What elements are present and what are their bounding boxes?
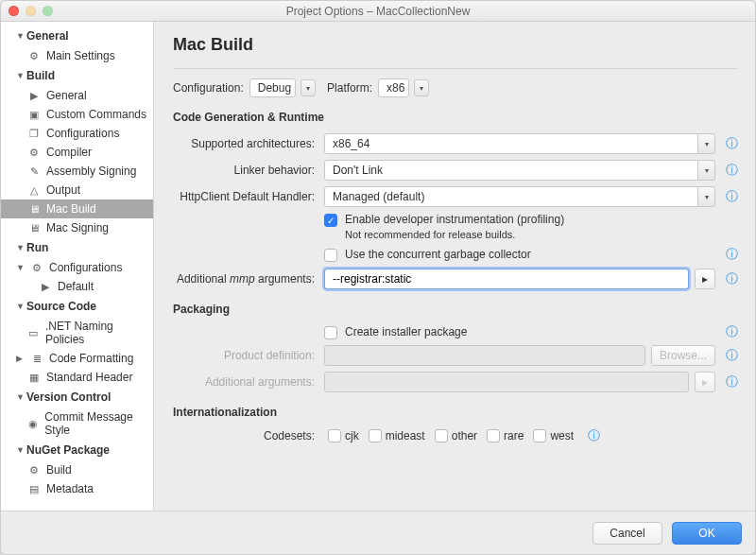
create-pkg-label: Create installer package	[345, 325, 467, 340]
codeset-other-checkbox[interactable]	[435, 429, 448, 442]
sidebar-item-code-formatting[interactable]: ▶≣Code Formatting	[1, 349, 153, 368]
check-icon: ◉	[27, 417, 39, 430]
add-args-label: Additional arguments:	[173, 375, 318, 389]
codeset-cjk-checkbox[interactable]	[328, 429, 341, 442]
sidebar-item-mac-signing[interactable]: 🖥Mac Signing	[1, 218, 153, 237]
main-panel: Mac Build Configuration: Debug▾ Platform…	[154, 22, 755, 511]
chevron-right-icon: ▶	[16, 354, 25, 363]
key-icon: ✎	[27, 165, 41, 178]
divider	[173, 68, 738, 69]
section-codegen: Code Generation & Runtime	[173, 111, 738, 124]
info-icon[interactable]: ⓘ	[725, 137, 738, 150]
sidebar-group-run[interactable]: ▼Run	[1, 237, 153, 258]
chevron-down-icon: ▼	[16, 243, 25, 252]
chevron-updown-icon[interactable]: ▾	[301, 79, 316, 96]
chevron-updown-icon[interactable]: ▾	[698, 133, 715, 154]
sidebar-item-configurations[interactable]: ❐Configurations	[1, 124, 153, 143]
sidebar-item-run-default[interactable]: ▶Default	[1, 277, 153, 296]
platform-select[interactable]: x86	[378, 78, 409, 97]
info-icon[interactable]: ⓘ	[725, 349, 738, 362]
info-icon[interactable]: ⓘ	[725, 190, 738, 203]
chevron-updown-icon[interactable]: ▾	[698, 186, 715, 207]
arch-select[interactable]: x86_64 ▾	[324, 133, 715, 154]
sidebar-item-assembly-signing[interactable]: ✎Assembly Signing	[1, 162, 153, 181]
enable-dev-checkbox[interactable]: ✓	[324, 214, 337, 227]
chevron-down-icon: ▼	[16, 71, 25, 80]
sidebar-item-output[interactable]: △Output	[1, 181, 153, 199]
sidebar-item-net-naming[interactable]: ▭.NET Naming Policies	[1, 317, 153, 349]
gc-checkbox[interactable]	[324, 249, 337, 262]
codeset-west-checkbox[interactable]	[533, 429, 546, 442]
chevron-down-icon: ▼	[16, 263, 25, 272]
mmp-input[interactable]	[324, 269, 689, 289]
info-icon[interactable]: ⓘ	[725, 325, 738, 338]
create-pkg-checkbox[interactable]	[324, 326, 337, 339]
sidebar-group-general[interactable]: ▼General	[1, 26, 153, 46]
linker-label: Linker behavior:	[173, 164, 318, 177]
chevron-down-icon: ▼	[16, 302, 25, 311]
add-args-input	[324, 372, 689, 392]
header-icon: ▦	[27, 371, 41, 384]
sidebar-item-commit-style[interactable]: ◉Commit Message Style	[1, 408, 153, 440]
http-select[interactable]: Managed (default) ▾	[324, 186, 715, 207]
id-icon: ▭	[27, 326, 40, 339]
info-icon[interactable]: ⓘ	[725, 375, 738, 389]
configuration-label: Configuration:	[173, 81, 244, 95]
sidebar-item-nuget-metadata[interactable]: ▤Metadata	[1, 479, 153, 498]
arch-label: Supported architectures:	[173, 137, 318, 150]
codeset-rare-checkbox[interactable]	[487, 429, 500, 442]
ok-button[interactable]: OK	[672, 522, 742, 545]
info-icon[interactable]: ⓘ	[725, 248, 738, 261]
gear-icon: ⚙	[27, 463, 41, 477]
chevron-updown-icon[interactable]: ▾	[414, 79, 429, 96]
info-icon[interactable]: ⓘ	[725, 272, 738, 286]
section-i18n: Internationalization	[173, 406, 738, 419]
play-icon: ▶	[39, 280, 52, 293]
project-options-window: Project Options – MacCollectionNew ▼Gene…	[0, 0, 756, 555]
sidebar-group-source-code[interactable]: ▼Source Code	[1, 296, 153, 317]
chevron-down-icon: ▼	[16, 392, 25, 402]
sidebar-item-custom-commands[interactable]: ▣Custom Commands	[1, 105, 153, 124]
sidebar-group-nuget[interactable]: ▼NuGet Package	[1, 440, 153, 460]
doc-icon: ▤	[27, 482, 41, 495]
prod-def-input	[324, 345, 645, 366]
sidebar-group-version-control[interactable]: ▼Version Control	[1, 387, 153, 408]
chevron-down-icon: ▼	[16, 31, 25, 41]
linker-select[interactable]: Don't Link ▾	[324, 160, 715, 181]
gc-label: Use the concurrent garbage collector	[345, 248, 531, 263]
sidebar-item-nuget-build[interactable]: ⚙Build	[1, 460, 153, 479]
monitor-icon: 🖥	[27, 202, 41, 216]
sidebar-item-run-configurations[interactable]: ▼⚙Configurations	[1, 258, 153, 277]
info-icon[interactable]: ⓘ	[725, 164, 738, 177]
chevron-down-icon: ▼	[16, 445, 25, 455]
mmp-expand-button[interactable]: ▸	[695, 269, 715, 289]
configuration-select[interactable]: Debug	[249, 78, 296, 97]
gear-icon: ⚙	[27, 49, 41, 62]
codesets-row: Codesets: cjk mideast other rare west ⓘ	[186, 428, 738, 442]
codesets-label: Codesets:	[186, 429, 318, 442]
prod-def-label: Product definition:	[173, 349, 318, 362]
terminal-icon: ▣	[27, 108, 41, 121]
add-args-expand-button: ▸	[695, 372, 715, 392]
window-body: ▼General ⚙Main Settings ▼Build ▶General …	[1, 22, 755, 511]
cog-icon: ⚙	[27, 146, 41, 159]
play-icon: ▶	[27, 89, 41, 102]
sidebar-item-mac-build[interactable]: 🖥Mac Build	[1, 199, 153, 218]
titlebar: Project Options – MacCollectionNew	[1, 1, 755, 22]
output-icon: △	[27, 183, 41, 197]
chevron-updown-icon[interactable]: ▾	[698, 160, 715, 181]
config-row: Configuration: Debug▾ Platform: x86▾	[173, 78, 738, 97]
format-icon: ≣	[30, 352, 43, 365]
mmp-label: Additional mmp arguments:	[173, 272, 318, 286]
window-title: Project Options – MacCollectionNew	[1, 5, 755, 18]
cancel-button[interactable]: Cancel	[593, 522, 662, 545]
info-icon[interactable]: ⓘ	[587, 429, 600, 442]
sidebar-item-standard-header[interactable]: ▦Standard Header	[1, 368, 153, 387]
sidebar-item-compiler[interactable]: ⚙Compiler	[1, 143, 153, 162]
page-title: Mac Build	[173, 35, 738, 55]
sidebar-item-build-general[interactable]: ▶General	[1, 86, 153, 105]
footer: Cancel OK	[1, 511, 755, 554]
codeset-mideast-checkbox[interactable]	[369, 429, 382, 442]
sidebar-group-build[interactable]: ▼Build	[1, 65, 153, 86]
sidebar-item-main-settings[interactable]: ⚙Main Settings	[1, 46, 153, 65]
